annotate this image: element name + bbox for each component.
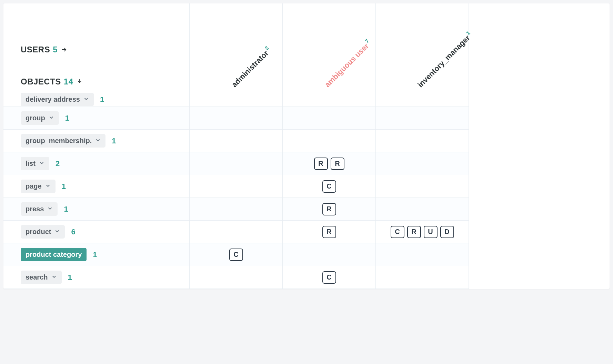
permission-cell [283,130,376,152]
users-header[interactable]: USERS 5 [21,45,189,54]
object-count: 1 [112,136,116,145]
object-chip[interactable]: page [21,180,56,193]
object-row: list2 [3,152,190,175]
permission-cell [376,243,469,266]
objects-count: 14 [64,77,73,87]
object-chip[interactable]: product [21,225,65,239]
object-chip[interactable]: search [21,271,62,284]
object-label: list [26,160,36,168]
permission-cell [376,152,469,175]
object-label: delivery address [26,95,80,103]
permission-cell [376,130,469,152]
object-label: search [26,273,48,281]
permission-cell [376,198,469,221]
object-label: product category [26,251,82,259]
chevron-down-icon [49,114,54,122]
permission-cell: R [283,221,376,243]
chevron-down-icon [54,228,60,236]
chevron-down-icon [45,182,51,190]
object-label: press [26,205,44,213]
object-row: delivery address1 [21,93,189,106]
permissions-matrix-panel: USERS 5 OBJECTS 14delivery address1admin… [3,3,610,289]
chevron-down-icon [51,273,57,281]
object-label: group [26,114,45,122]
chevron-down-icon [83,95,89,103]
chevron-down-icon [39,160,44,168]
permission-badge-r[interactable]: R [314,158,328,170]
permission-cell [190,175,283,198]
object-row: product6 [3,221,190,243]
permission-cell [190,152,283,175]
object-row: search1 [3,266,190,289]
object-chip[interactable]: delivery address [21,93,94,106]
object-label: group_membership. [26,137,92,145]
permission-cell: C [283,175,376,198]
users-count: 5 [53,45,58,54]
user-column-header[interactable]: ambiguous user7 [283,3,376,107]
object-count: 1 [93,250,97,259]
permission-badge-c[interactable]: C [229,249,243,261]
permission-badge-c[interactable]: C [391,226,404,238]
object-row: product category1 [3,243,190,266]
permission-cell: RR [283,152,376,175]
object-count: 2 [56,159,60,168]
permission-badge-r[interactable]: R [322,226,336,238]
user-column-header[interactable]: inventory_manager1 [376,3,469,107]
permission-badge-r[interactable]: R [331,158,344,170]
permission-cell: C [283,266,376,289]
permission-badge-c[interactable]: C [322,180,336,193]
objects-label: OBJECTS [21,77,61,87]
permission-cell [190,221,283,243]
object-row: group_membership.1 [3,130,190,152]
objects-header[interactable]: OBJECTS 14 [21,77,189,87]
header-left-cell: USERS 5 OBJECTS 14delivery address1 [3,3,190,107]
permission-cell [283,107,376,130]
user-column-label: administrator2 [230,47,272,89]
users-label: USERS [21,45,50,54]
permission-cell [283,243,376,266]
object-label: product [26,228,51,236]
permission-cell: C [190,243,283,266]
permission-badge-r[interactable]: R [407,226,421,238]
object-label: page [26,182,42,190]
object-row: press1 [3,198,190,221]
object-row: page1 [3,175,190,198]
user-name: inventory_manager [416,33,471,89]
object-count: 1 [62,182,66,191]
object-count: 1 [65,114,69,123]
arrow-right-icon [60,46,68,53]
object-count: 1 [100,95,104,104]
object-chip[interactable]: group [21,111,59,125]
object-chip[interactable]: group_membership. [21,134,105,148]
permission-badge-r[interactable]: R [322,203,336,215]
object-chip[interactable]: product category [21,248,87,261]
permission-cell [190,107,283,130]
permission-cell: CRUD [376,221,469,243]
user-column-header[interactable]: administrator2 [190,3,283,107]
chevron-down-icon [95,137,101,145]
object-chip[interactable]: press [21,202,58,216]
object-count: 1 [68,273,72,282]
permission-cell: R [283,198,376,221]
object-count: 6 [71,228,75,236]
arrow-down-icon [76,77,83,87]
user-name: administrator [230,49,270,89]
permission-cell [376,266,469,289]
permission-cell [190,266,283,289]
permission-cell [376,175,469,198]
chevron-down-icon [47,205,53,213]
user-column-label: inventory_manager1 [416,31,474,89]
permission-badge-u[interactable]: U [424,226,438,238]
object-count: 1 [64,205,68,214]
permission-cell [190,130,283,152]
user-name: ambiguous user [323,41,370,89]
permission-badge-c[interactable]: C [322,271,336,284]
user-column-label: ambiguous user7 [323,39,373,89]
permission-badge-d[interactable]: D [440,226,454,238]
permission-cell [376,107,469,130]
object-chip[interactable]: list [21,157,49,170]
permission-cell [190,198,283,221]
object-row: group1 [3,107,190,130]
